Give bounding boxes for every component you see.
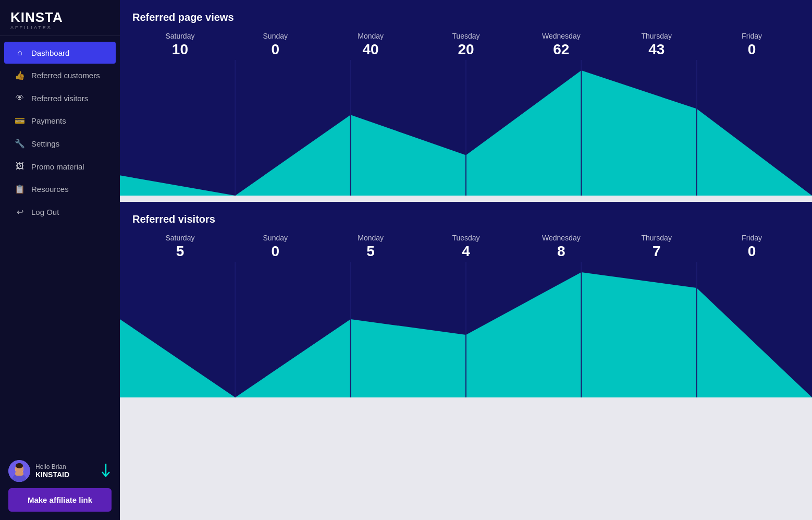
referred-visitors-icon: 👁	[15, 93, 25, 103]
sidebar-item-resources[interactable]: 📋 Resources	[4, 178, 116, 200]
avatar	[8, 460, 30, 482]
sidebar-item-label-settings: Settings	[31, 139, 59, 148]
chart-title-referred-visitors: Referred visitors	[120, 202, 812, 234]
logo-sub: AFFILIATES	[10, 25, 109, 30]
log-out-icon: ↩	[15, 207, 25, 217]
chart-day-label: Friday	[704, 32, 799, 40]
chart-day-col: Saturday 10	[132, 32, 228, 58]
chart-day-value: 7	[609, 243, 704, 260]
sidebar-item-referred-customers[interactable]: 👍 Referred customers	[4, 64, 116, 87]
chart-day-label: Monday	[323, 32, 419, 40]
chart-day-col: Thursday 43	[609, 32, 704, 58]
chart-day-col: Sunday 0	[228, 32, 323, 58]
user-text: Hello Brian KINSTAID	[35, 463, 69, 479]
chart-day-value: 62	[513, 41, 609, 58]
user-hello: Hello Brian	[35, 463, 69, 470]
sidebar-item-promo-material[interactable]: 🖼 Promo material	[4, 155, 116, 177]
sidebar-item-log-out[interactable]: ↩ Log Out	[4, 201, 116, 223]
sidebar-item-label-payments: Payments	[31, 116, 66, 125]
charts-container: Referred page views Saturday 10 Sunday 0…	[120, 0, 812, 397]
user-area: Hello Brian KINSTAID	[8, 460, 112, 482]
settings-icon: 🔧	[15, 139, 25, 149]
chart-labels-referred-visitors: Saturday 5 Sunday 0 Monday 5 Tuesday 4 W…	[120, 234, 812, 260]
chart-day-col: Wednesday 62	[513, 32, 609, 58]
chart-day-label: Saturday	[132, 32, 228, 40]
chart-day-label: Wednesday	[513, 32, 609, 40]
chart-day-value: 20	[419, 41, 514, 58]
sidebar-item-label-promo-material: Promo material	[31, 162, 84, 171]
chart-day-value: 0	[228, 243, 323, 260]
arrow-down-icon	[100, 464, 112, 478]
chart-day-col: Monday 5	[323, 234, 419, 260]
chart-day-col: Sunday 0	[228, 234, 323, 260]
chart-day-col: Thursday 7	[609, 234, 704, 260]
chart-day-value: 5	[132, 243, 228, 260]
payments-icon: 💳	[15, 116, 25, 126]
chart-day-label: Sunday	[228, 234, 323, 242]
resources-icon: 📋	[15, 184, 25, 194]
chart-day-label: Thursday	[609, 32, 704, 40]
sidebar-item-label-referred-customers: Referred customers	[31, 71, 100, 80]
svg-point-5	[16, 463, 23, 468]
logo-area: KINSTA AFFILIATES	[0, 0, 120, 36]
chart-day-value: 0	[228, 41, 323, 58]
chart-svg-wrap-referred-page-views	[120, 60, 812, 196]
sidebar-item-referred-visitors[interactable]: 👁 Referred visitors	[4, 87, 116, 109]
chart-day-value: 40	[323, 41, 419, 58]
sidebar-item-settings[interactable]: 🔧 Settings	[4, 132, 116, 155]
chart-day-value: 43	[609, 41, 704, 58]
sidebar-item-label-referred-visitors: Referred visitors	[31, 94, 88, 103]
sidebar-item-payments[interactable]: 💳 Payments	[4, 110, 116, 132]
chart-day-label: Friday	[704, 234, 799, 242]
sidebar-item-label-log-out: Log Out	[31, 208, 59, 216]
chart-day-value: 10	[132, 41, 228, 58]
chart-labels-referred-page-views: Saturday 10 Sunday 0 Monday 40 Tuesday 2…	[120, 32, 812, 58]
chart-day-label: Sunday	[228, 32, 323, 40]
dashboard-icon: ⌂	[15, 48, 25, 57]
chart-panel-referred-page-views: Referred page views Saturday 10 Sunday 0…	[120, 0, 812, 196]
chart-day-label: Wednesday	[513, 234, 609, 242]
chart-day-label: Thursday	[609, 234, 704, 242]
sidebar-item-label-dashboard: Dashboard	[31, 49, 69, 57]
chart-day-col: Wednesday 8	[513, 234, 609, 260]
chart-day-value: 0	[704, 243, 799, 260]
chart-day-label: Saturday	[132, 234, 228, 242]
sidebar-item-dashboard[interactable]: ⌂ Dashboard	[4, 42, 116, 64]
svg-rect-4	[15, 471, 23, 476]
chart-svg-wrap-referred-visitors	[120, 262, 812, 397]
make-affiliate-link-button[interactable]: Make affiliate link	[8, 488, 112, 512]
logo: KINSTA	[10, 10, 109, 24]
chart-day-label: Tuesday	[419, 32, 514, 40]
chart-day-col: Friday 0	[704, 32, 799, 58]
sidebar-item-label-resources: Resources	[31, 185, 69, 194]
chart-gap	[120, 196, 812, 202]
chart-day-value: 4	[419, 243, 514, 260]
chart-day-col: Tuesday 20	[419, 32, 514, 58]
chart-title-referred-page-views: Referred page views	[120, 0, 812, 32]
chart-day-label: Tuesday	[419, 234, 514, 242]
chart-panel-referred-visitors: Referred visitors Saturday 5 Sunday 0 Mo…	[120, 202, 812, 397]
sidebar-bottom: Hello Brian KINSTAID Make affiliate link	[0, 452, 120, 520]
promo-material-icon: 🖼	[15, 162, 25, 171]
chart-day-col: Saturday 5	[132, 234, 228, 260]
main-content: Referred page views Saturday 10 Sunday 0…	[120, 0, 812, 520]
nav-menu: ⌂ Dashboard 👍 Referred customers 👁 Refer…	[0, 41, 120, 224]
chart-day-label: Monday	[323, 234, 419, 242]
chart-day-value: 8	[513, 243, 609, 260]
chart-day-value: 0	[704, 41, 799, 58]
sidebar: KINSTA AFFILIATES ⌂ Dashboard 👍 Referred…	[0, 0, 120, 520]
user-name: KINSTAID	[35, 470, 69, 479]
chart-day-col: Friday 0	[704, 234, 799, 260]
chart-day-col: Monday 40	[323, 32, 419, 58]
chart-day-col: Tuesday 4	[419, 234, 514, 260]
referred-customers-icon: 👍	[15, 70, 25, 80]
chart-day-value: 5	[323, 243, 419, 260]
